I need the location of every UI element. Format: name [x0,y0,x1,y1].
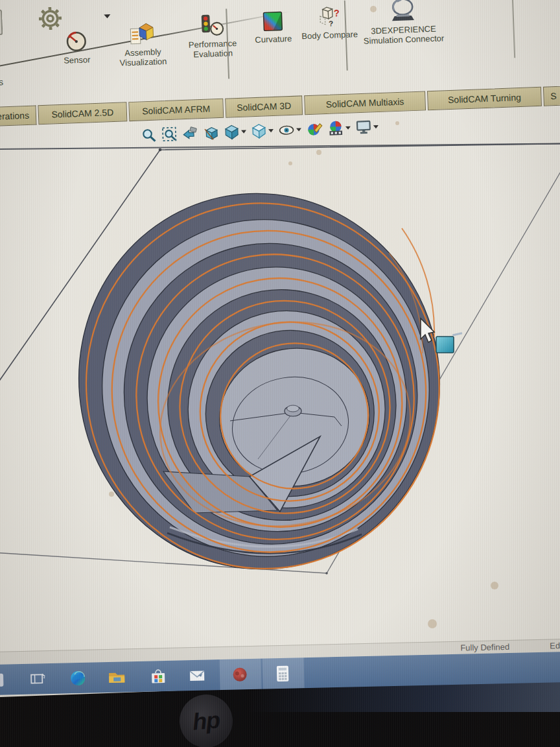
selection-handle[interactable] [436,337,454,353]
viewport-canvas[interactable] [0,0,560,747]
model-stepped-part[interactable] [49,165,469,598]
photo-of-laptop-screen: Sensor Assembly Visualization [0,0,560,747]
hp-logo-text: hp [191,706,220,735]
